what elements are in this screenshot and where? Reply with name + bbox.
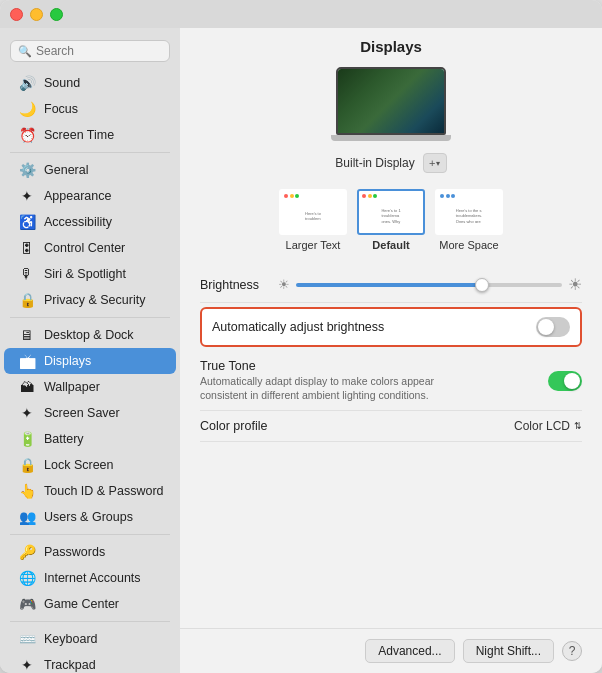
laptop-preview	[336, 67, 446, 147]
sidebar-item-label: Wallpaper	[44, 380, 100, 394]
search-icon: 🔍	[18, 45, 32, 58]
sidebar-item-privacy[interactable]: 🔒 Privacy & Security	[4, 287, 176, 313]
displays-icon: 📺	[18, 352, 36, 370]
laptop-screen	[338, 69, 444, 133]
dot	[295, 194, 299, 198]
trackpad-icon: ✦	[18, 656, 36, 673]
resolution-thumb-larger: Here's to troublem	[279, 189, 347, 235]
sidebar-item-label: Siri & Spotlight	[44, 267, 126, 281]
sidebar-item-users[interactable]: 👥 Users & Groups	[4, 504, 176, 530]
sidebar-item-touchid[interactable]: 👆 Touch ID & Password	[4, 478, 176, 504]
color-profile-arrow: ⇅	[574, 421, 582, 431]
brightness-slider-container: ☀ ☀	[278, 275, 582, 294]
search-box[interactable]: 🔍	[10, 40, 170, 62]
sidebar-item-controlcenter[interactable]: 🎛 Control Center	[4, 235, 176, 261]
gamecenter-icon: 🎮	[18, 595, 36, 613]
sidebar-item-label: Touch ID & Password	[44, 484, 164, 498]
maximize-button[interactable]	[50, 8, 63, 21]
brightness-track[interactable]	[296, 283, 562, 287]
dot	[368, 194, 372, 198]
resolution-option-default[interactable]: Here's to 1 troublema ones. Why Default	[357, 189, 425, 251]
battery-icon: 🔋	[18, 430, 36, 448]
thumb-dots	[284, 194, 299, 198]
sidebar-item-screentime[interactable]: ⏰ Screen Time	[4, 122, 176, 148]
sidebar-item-siri[interactable]: 🎙 Siri & Spotlight	[4, 261, 176, 287]
sidebar-item-screensaver[interactable]: ✦ Screen Saver	[4, 400, 176, 426]
sidebar-divider	[10, 317, 170, 318]
sidebar-item-desktop[interactable]: 🖥 Desktop & Dock	[4, 322, 176, 348]
accessibility-icon: ♿	[18, 213, 36, 231]
system-preferences-window: 🔍 🔊 Sound 🌙 Focus ⏰ Screen Time ⚙️ Gener…	[0, 0, 602, 673]
sidebar-item-label: Game Center	[44, 597, 119, 611]
sidebar-item-appearance[interactable]: ✦ Appearance	[4, 183, 176, 209]
sidebar-item-lockscreen[interactable]: 🔒 Lock Screen	[4, 452, 176, 478]
dot	[362, 194, 366, 198]
brightness-row: Brightness ☀ ☀	[200, 267, 582, 303]
sidebar-item-wallpaper[interactable]: 🏔 Wallpaper	[4, 374, 176, 400]
thumb-content: Here's to the s troublemakers. Ones who …	[453, 198, 485, 226]
sidebar-item-label: Screen Time	[44, 128, 114, 142]
add-display-button[interactable]: + ▾	[423, 153, 447, 173]
minimize-button[interactable]	[30, 8, 43, 21]
sidebar-item-focus[interactable]: 🌙 Focus	[4, 96, 176, 122]
sidebar-item-label: Trackpad	[44, 658, 96, 672]
sidebar-item-keyboard[interactable]: ⌨️ Keyboard	[4, 626, 176, 652]
sidebar-item-trackpad[interactable]: ✦ Trackpad	[4, 652, 176, 673]
chevron-icon: ▾	[436, 159, 440, 168]
sound-icon: 🔊	[18, 74, 36, 92]
brightness-thumb[interactable]	[475, 278, 489, 292]
sidebar-item-label: Desktop & Dock	[44, 328, 134, 342]
display-name: Built-in Display	[335, 156, 414, 170]
sidebar-item-gamecenter[interactable]: 🎮 Game Center	[4, 591, 176, 617]
thumb-dots	[440, 194, 455, 198]
sidebar-item-displays[interactable]: 📺 Displays	[4, 348, 176, 374]
focus-icon: 🌙	[18, 100, 36, 118]
dot	[446, 194, 450, 198]
appearance-icon: ✦	[18, 187, 36, 205]
true-tone-label: True Tone	[200, 359, 460, 373]
night-shift-button[interactable]: Night Shift...	[463, 639, 554, 663]
auto-brightness-toggle[interactable]	[536, 317, 570, 337]
true-tone-row: True Tone Automatically adapt display to…	[200, 351, 582, 411]
sidebar-item-label: Passwords	[44, 545, 105, 559]
sidebar-item-internet[interactable]: 🌐 Internet Accounts	[4, 565, 176, 591]
color-profile-select[interactable]: Color LCD ⇅	[514, 419, 582, 433]
color-profile-row: Color profile Color LCD ⇅	[200, 411, 582, 442]
resolution-thumb-morespace: Here's to the s troublemakers. Ones who …	[435, 189, 503, 235]
display-label-row: Built-in Display + ▾	[335, 153, 446, 173]
sidebar-item-sound[interactable]: 🔊 Sound	[4, 70, 176, 96]
sidebar-item-battery[interactable]: 🔋 Battery	[4, 426, 176, 452]
resolution-label-morespace: More Space	[439, 239, 498, 251]
true-tone-toggle[interactable]	[548, 371, 582, 391]
desktop-icon: 🖥	[18, 326, 36, 344]
advanced-button[interactable]: Advanced...	[365, 639, 454, 663]
screentime-icon: ⏰	[18, 126, 36, 144]
help-button[interactable]: ?	[562, 641, 582, 661]
true-tone-desc: Automatically adapt display to make colo…	[200, 375, 460, 402]
sidebar-item-accessibility[interactable]: ♿ Accessibility	[4, 209, 176, 235]
search-input[interactable]	[36, 44, 162, 58]
plus-icon: +	[429, 157, 435, 169]
sidebar-item-label: Accessibility	[44, 215, 112, 229]
screensaver-icon: ✦	[18, 404, 36, 422]
sidebar-item-label: Users & Groups	[44, 510, 133, 524]
sidebar-item-label: Displays	[44, 354, 91, 368]
dot	[440, 194, 444, 198]
siri-icon: 🎙	[18, 265, 36, 283]
resolution-label-default: Default	[372, 239, 409, 251]
dot	[373, 194, 377, 198]
close-button[interactable]	[10, 8, 23, 21]
resolution-option-morespace[interactable]: Here's to the s troublemakers. Ones who …	[435, 189, 503, 251]
sidebar-item-general[interactable]: ⚙️ General	[4, 157, 176, 183]
dot	[451, 194, 455, 198]
touchid-icon: 👆	[18, 482, 36, 500]
laptop-body	[336, 67, 446, 135]
sidebar-divider	[10, 621, 170, 622]
thumb-content: Here's to 1 troublema ones. Why	[378, 198, 403, 226]
laptop-base	[331, 135, 451, 141]
sidebar-item-label: Lock Screen	[44, 458, 113, 472]
sidebar-item-label: Battery	[44, 432, 84, 446]
resolution-option-larger[interactable]: Here's to troublem Larger Text	[279, 189, 347, 251]
sidebar-item-passwords[interactable]: 🔑 Passwords	[4, 539, 176, 565]
sidebar-item-label: Sound	[44, 76, 80, 90]
